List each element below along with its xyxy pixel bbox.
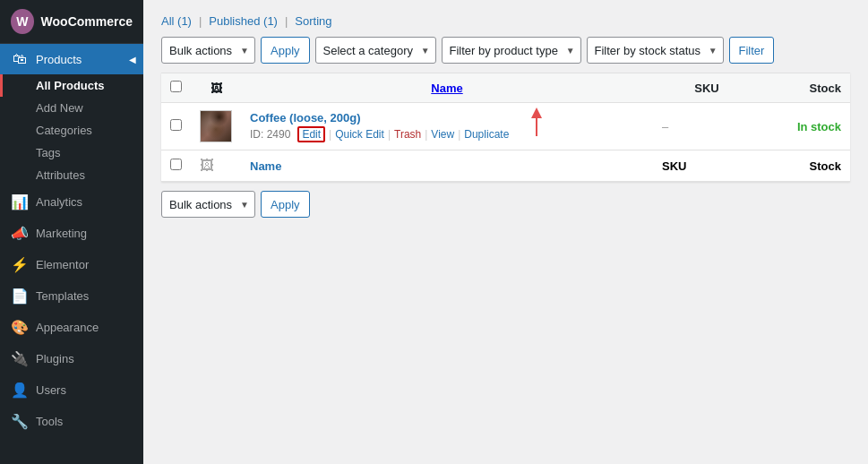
footer-cb-cell	[161, 150, 191, 182]
sidebar-logo-text: WooCommerce	[41, 14, 133, 29]
bottom-toolbar: Bulk actions ▼ Apply	[161, 191, 850, 218]
all-count: (1)	[177, 14, 192, 28]
sidebar-item-label: Plugins	[36, 352, 74, 365]
filter-links: All (1) | Published (1) | Sorting	[161, 14, 850, 28]
woocommerce-logo-icon: W	[11, 9, 34, 34]
main-content: All (1) | Published (1) | Sorting Bulk a…	[143, 0, 868, 464]
filter-product-type-select[interactable]: Filter by product type	[442, 37, 581, 64]
row-name-cell: Coffee (loose, 200g) ID: 2490 Edit | Qui…	[241, 103, 653, 150]
name-sort-link[interactable]: Name	[431, 82, 462, 95]
select-all-checkbox[interactable]	[170, 81, 182, 92]
submenu-item-categories[interactable]: Categories	[0, 119, 143, 142]
elementor-icon: ⚡	[11, 256, 29, 273]
sidebar-item-templates[interactable]: 📄 Templates	[0, 280, 143, 312]
duplicate-link[interactable]: Duplicate	[464, 128, 509, 141]
sidebar-item-label: Templates	[36, 289, 89, 303]
footer-name-label: Name	[250, 159, 281, 173]
sidebar-item-appearance[interactable]: 🎨 Appearance	[0, 312, 143, 343]
sidebar-item-plugins[interactable]: 🔌 Plugins	[0, 343, 143, 374]
footer-stock-cell: Stock	[761, 150, 850, 182]
image-icon: 🖼	[200, 158, 214, 173]
filter-button[interactable]: Filter	[729, 37, 775, 64]
tools-icon: 🔧	[11, 413, 29, 430]
sidebar-item-label: Appearance	[36, 321, 99, 334]
sep2: |	[285, 14, 288, 28]
products-icon: 🛍	[11, 51, 29, 67]
sidebar-item-users[interactable]: 👤 Users	[0, 374, 143, 406]
filter-all-link[interactable]: All (1)	[161, 14, 192, 28]
sidebar-item-products[interactable]: 🛍 Products ◀	[0, 44, 143, 74]
product-thumbnail	[200, 110, 232, 142]
sidebar: W WooCommerce 🛍 Products ◀ All Products …	[0, 0, 143, 464]
footer-checkbox[interactable]	[170, 159, 182, 170]
name-header[interactable]: Name	[241, 73, 653, 103]
sep: |	[329, 128, 331, 141]
view-link[interactable]: View	[431, 128, 454, 141]
bottom-bulk-actions-select[interactable]: Bulk actions	[161, 191, 255, 218]
bulk-actions-wrap: Bulk actions ▼	[161, 37, 255, 64]
sidebar-item-label: Products	[36, 53, 82, 66]
thumb-header: 🖼	[191, 73, 241, 103]
templates-icon: 📄	[11, 288, 29, 305]
row-actions: ID: 2490 Edit | Quick Edit | Trash | Vie…	[250, 126, 644, 142]
edit-link[interactable]: Edit	[297, 126, 325, 142]
product-id: ID: 2490	[250, 128, 290, 141]
submenu-item-attributes[interactable]: Attributes	[0, 164, 143, 186]
filter-sorting-link[interactable]: Sorting	[295, 14, 331, 28]
filter-published-link[interactable]: Published (1)	[209, 14, 278, 28]
row-checkbox[interactable]	[170, 119, 182, 131]
appearance-icon: 🎨	[11, 319, 29, 336]
filter-stock-status-wrap: Filter by stock status ▼	[587, 37, 724, 64]
sku-header: SKU	[653, 73, 761, 103]
bottom-bulk-actions-wrap: Bulk actions ▼	[161, 191, 255, 218]
sidebar-item-label: Elementor	[36, 258, 89, 271]
table-row: Coffee (loose, 200g) ID: 2490 Edit | Qui…	[161, 103, 850, 150]
apply-button[interactable]: Apply	[261, 37, 310, 64]
analytics-icon: 📊	[11, 193, 29, 211]
sidebar-item-analytics[interactable]: 📊 Analytics	[0, 186, 143, 218]
trash-link[interactable]: Trash	[394, 128, 421, 141]
sidebar-item-elementor[interactable]: ⚡ Elementor	[0, 249, 143, 280]
row-sku-cell: –	[653, 103, 761, 150]
sep: |	[425, 128, 427, 141]
sep1: |	[199, 14, 202, 28]
sep: |	[458, 128, 460, 141]
sidebar-item-label: Users	[36, 383, 66, 397]
filter-stock-status-select[interactable]: Filter by stock status	[587, 37, 724, 64]
image-icon: 🖼	[211, 82, 222, 95]
top-toolbar: Bulk actions ▼ Apply Select a category ▼…	[161, 37, 850, 64]
footer-thumb-cell: 🖼	[191, 150, 241, 182]
select-all-header	[161, 73, 191, 103]
sidebar-item-marketing[interactable]: 📣 Marketing	[0, 218, 143, 249]
marketing-icon: 📣	[11, 225, 29, 242]
users-icon: 👤	[11, 382, 29, 399]
bottom-apply-button[interactable]: Apply	[261, 191, 310, 218]
submenu-item-tags[interactable]: Tags	[0, 142, 143, 164]
quick-edit-link[interactable]: Quick Edit	[335, 128, 384, 141]
footer-sku-label: SKU	[662, 159, 686, 173]
submenu-item-all-products[interactable]: All Products	[0, 74, 143, 97]
footer-sku-cell: SKU	[653, 150, 761, 182]
sidebar-logo[interactable]: W WooCommerce	[0, 0, 143, 44]
plugins-icon: 🔌	[11, 350, 29, 367]
products-table: 🖼 Name SKU Stock	[161, 73, 850, 182]
table-footer-row: 🖼 Name SKU Stock	[161, 150, 850, 182]
select-category-select[interactable]: Select a category	[315, 37, 436, 64]
stock-header: Stock	[761, 73, 850, 103]
sep: |	[388, 128, 391, 141]
arrow-up-icon	[523, 107, 550, 139]
submenu-item-add-new[interactable]: Add New	[0, 97, 143, 119]
filter-product-type-wrap: Filter by product type ▼	[442, 37, 581, 64]
row-thumb-cell	[191, 103, 241, 150]
sidebar-item-tools[interactable]: 🔧 Tools	[0, 406, 143, 437]
footer-name-cell: Name	[241, 150, 653, 182]
product-name-link[interactable]: Coffee (loose, 200g)	[250, 111, 361, 125]
sidebar-item-label: Tools	[36, 415, 63, 428]
bulk-actions-select[interactable]: Bulk actions	[161, 37, 255, 64]
row-stock-cell: In stock	[761, 103, 850, 150]
content-area: All (1) | Published (1) | Sorting Bulk a…	[143, 0, 868, 464]
sidebar-item-label: Marketing	[36, 227, 87, 240]
sidebar-item-label: Analytics	[36, 195, 82, 209]
published-count: (1)	[263, 14, 278, 28]
products-submenu: All Products Add New Categories Tags Att…	[0, 74, 143, 186]
